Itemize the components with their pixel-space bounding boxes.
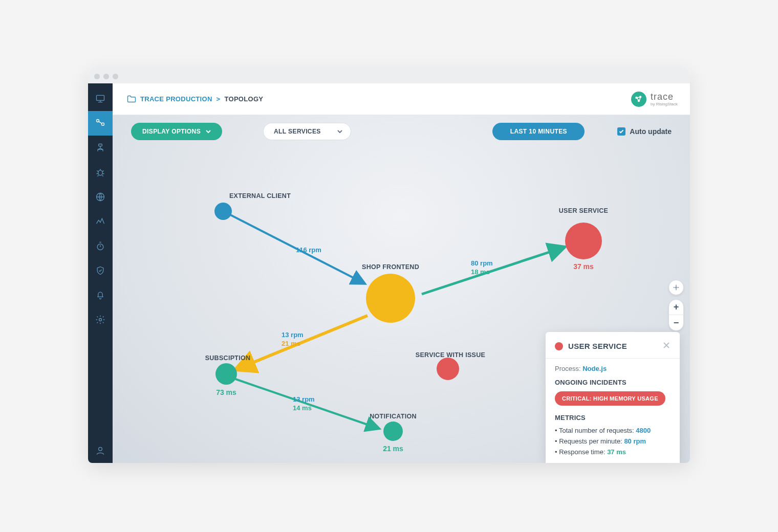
svg-point-6 (97, 244, 103, 250)
edge-label-sub-not-ms: 14 ms (293, 404, 315, 413)
incident-pill[interactable]: CRITICAL: HIGH MEMORY USAGE (555, 391, 665, 406)
node-external-client[interactable] (214, 203, 232, 220)
auto-update-label: Auto update (630, 127, 672, 136)
folder-icon (127, 95, 136, 103)
gear-icon (95, 315, 105, 325)
brand-name: trace (651, 92, 678, 101)
sidebar-dashboard[interactable] (88, 86, 113, 111)
shield-icon (95, 265, 105, 276)
chevron-down-icon (337, 129, 342, 134)
brand-sub: by RisingStack (651, 102, 678, 106)
zoom-controls: + − (668, 280, 684, 331)
svg-point-12 (676, 287, 677, 289)
sidebar-web[interactable] (88, 185, 113, 209)
svg-point-2 (102, 123, 104, 125)
sidebar (88, 83, 113, 463)
user-icon (95, 446, 105, 456)
header-bar: TRACE PRODUCTION > TOPOLOGY trace by Ris… (113, 83, 690, 115)
crosshair-icon (673, 284, 680, 291)
breadcrumb-page: TOPOLOGY (224, 95, 263, 103)
node-shop-frontend[interactable] (366, 274, 415, 323)
status-dot-icon (555, 342, 563, 350)
sidebar-profiler[interactable] (88, 234, 113, 258)
label-notification: NOTIFICATION (370, 413, 417, 420)
auto-update-toggle[interactable]: Auto update (617, 127, 672, 136)
svg-point-7 (99, 319, 102, 321)
brand-logo-icon (631, 92, 646, 107)
breadcrumb-sep: > (217, 95, 221, 103)
sidebar-metrics[interactable] (88, 209, 113, 234)
zoom-out-button[interactable]: − (669, 315, 683, 330)
timerange-label: LAST 10 MINUTES (510, 128, 567, 135)
display-options-button[interactable]: DISPLAY OPTIONS (131, 123, 222, 140)
metric-notification: 21 ms (383, 445, 403, 453)
display-options-label: DISPLAY OPTIONS (142, 128, 201, 135)
sidebar-topology[interactable] (88, 111, 113, 136)
metrics-heading: METRICS (555, 414, 671, 422)
zoom-center-button[interactable] (668, 280, 684, 295)
incidents-heading: ONGOING INCIDENTS (555, 379, 671, 386)
edge-label-sf-sub-rpm: 13 rpm (282, 331, 304, 340)
zoom-in-button[interactable]: + (669, 300, 683, 315)
close-icon (662, 341, 671, 349)
dashboard-icon (95, 94, 105, 104)
chevron-down-icon (206, 129, 211, 134)
topology-canvas[interactable]: EXTERNAL CLIENT SHOP FRONTEND USER SERVI… (113, 148, 690, 463)
node-service-issue[interactable] (437, 358, 459, 380)
edge-label-ec-sf-rpm: 116 rpm (296, 246, 321, 255)
sidebar-security[interactable] (88, 258, 113, 283)
process-label: Process: (555, 365, 581, 372)
label-user-service: USER SERVICE (559, 207, 608, 214)
chart-icon (95, 216, 105, 227)
close-panel-button[interactable] (662, 340, 671, 352)
stopwatch-icon (95, 241, 105, 251)
metrics-list: Total number of requests: 4800 Requests … (555, 427, 671, 456)
services-filter-label: ALL SERVICES (274, 128, 321, 135)
node-user-service[interactable] (565, 223, 602, 259)
svg-point-4 (98, 170, 102, 175)
sidebar-settings[interactable] (88, 307, 113, 332)
breadcrumb-app[interactable]: TRACE PRODUCTION (140, 95, 212, 103)
node-subscription[interactable] (215, 363, 237, 385)
edge-label-sf-us-rpm: 80 rpm (471, 259, 493, 268)
node-notification[interactable] (383, 422, 403, 441)
label-service-issue: SERVICE WITH ISSUE (416, 351, 485, 359)
metric-total-requests: Total number of requests: 4800 (555, 427, 671, 434)
svg-point-1 (97, 120, 99, 122)
edge-label-sf-us-ms: 18 ms (471, 268, 493, 277)
sidebar-alerts[interactable] (88, 283, 113, 307)
sidebar-user[interactable] (88, 438, 113, 463)
sidebar-infra[interactable] (88, 136, 113, 160)
breadcrumb: TRACE PRODUCTION > TOPOLOGY (127, 95, 263, 103)
bug-icon (95, 167, 105, 178)
svg-point-8 (99, 447, 102, 451)
label-subscription: SUBSCIPTION (205, 354, 251, 362)
window-close-dot[interactable] (94, 74, 100, 79)
label-shop-frontend: SHOP FRONTEND (362, 263, 419, 271)
bell-icon (95, 290, 105, 300)
window-titlebar (88, 69, 690, 83)
metric-response-time: Response time: 37 ms (555, 448, 671, 456)
metric-subscription: 73 ms (216, 388, 236, 396)
metric-user-service: 37 ms (573, 262, 594, 271)
brand: trace by RisingStack (631, 92, 678, 107)
edge-label-sf-sub-ms: 21 ms (282, 340, 304, 348)
window-min-dot[interactable] (103, 74, 109, 79)
toolbar: DISPLAY OPTIONS ALL SERVICES LAST 10 MIN… (113, 115, 690, 148)
svg-rect-0 (97, 95, 104, 100)
window-max-dot[interactable] (113, 74, 118, 79)
topology-icon (95, 118, 105, 128)
infra-icon (95, 143, 105, 153)
info-process-row: Process: Node.js (555, 365, 671, 372)
timerange-button[interactable]: LAST 10 MINUTES (492, 123, 585, 140)
main-area: TRACE PRODUCTION > TOPOLOGY trace by Ris… (113, 83, 690, 463)
metric-rpm: Requests per minute: 80 rpm (555, 437, 671, 445)
app-window: TRACE PRODUCTION > TOPOLOGY trace by Ris… (88, 69, 690, 463)
service-info-panel: USER SERVICE Process: Node.js ONGOING IN… (546, 332, 680, 463)
services-filter-dropdown[interactable]: ALL SERVICES (263, 123, 351, 140)
label-external-client: EXTERNAL CLIENT (229, 192, 291, 199)
globe-icon (95, 192, 105, 202)
sidebar-errors[interactable] (88, 160, 113, 185)
edge-label-sub-not-rpm: 13 rpm (293, 395, 315, 404)
process-value[interactable]: Node.js (582, 365, 607, 372)
